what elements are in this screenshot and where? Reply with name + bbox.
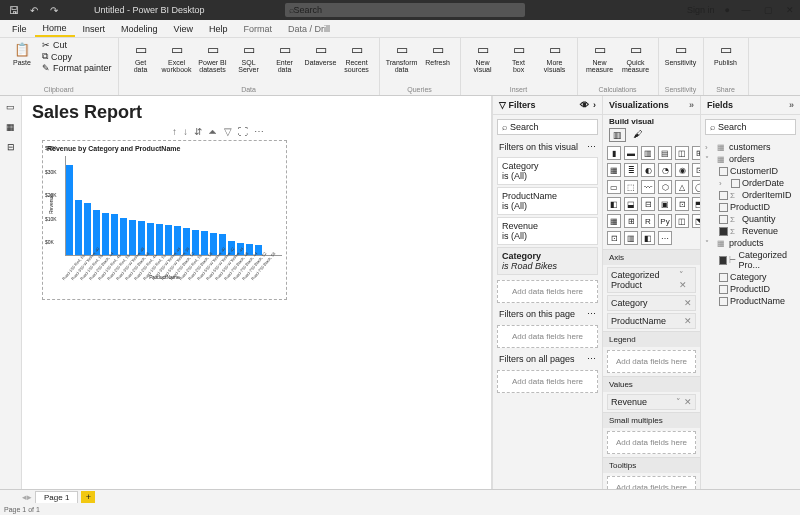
- collapse-icon[interactable]: »: [689, 100, 694, 110]
- viz-type-icon[interactable]: ◧: [607, 197, 621, 211]
- add-filter-page[interactable]: Add data fields here: [497, 325, 598, 348]
- viz-type-icon[interactable]: ◉: [675, 163, 689, 177]
- more-icon[interactable]: ⋯: [587, 354, 596, 364]
- field-well-item[interactable]: Categorized Product˅ ✕: [607, 267, 696, 293]
- field-ProductName[interactable]: ProductName: [705, 295, 796, 307]
- model-view-icon[interactable]: ⊟: [4, 140, 18, 154]
- menu-modeling[interactable]: Modeling: [113, 22, 166, 36]
- viz-type-icon[interactable]: ▬: [624, 146, 638, 160]
- bar[interactable]: [111, 214, 118, 255]
- viz-type-icon[interactable]: ⬡: [658, 180, 672, 194]
- add-page-button[interactable]: +: [81, 491, 95, 503]
- field-ProductID[interactable]: ProductID: [705, 283, 796, 295]
- filter-card[interactable]: Categoryis (All): [497, 157, 598, 185]
- redo-icon[interactable]: ↷: [47, 3, 61, 17]
- viz-type-icon[interactable]: ⊟: [641, 197, 655, 211]
- collapse-icon[interactable]: ›: [593, 100, 596, 110]
- bar[interactable]: [147, 223, 154, 256]
- show-icon[interactable]: 👁: [580, 100, 589, 110]
- next-page-icon[interactable]: ▸: [27, 492, 32, 502]
- viz-type-icon[interactable]: ▣: [658, 197, 672, 211]
- expand-icon[interactable]: ⇵: [194, 126, 202, 137]
- viz-type-icon[interactable]: ⬔: [692, 214, 700, 228]
- bar[interactable]: [165, 225, 172, 255]
- excel-button[interactable]: ▭Excelworkbook: [161, 40, 193, 73]
- filters-search[interactable]: ⌕Search: [497, 119, 598, 135]
- save-icon[interactable]: 🖫: [7, 3, 21, 17]
- field-OrderItemID[interactable]: ΣOrderItemID: [705, 189, 796, 201]
- recent-button[interactable]: ▭Recentsources: [341, 40, 373, 73]
- maximize-icon[interactable]: ▢: [762, 5, 774, 15]
- table-products[interactable]: ˅▦products: [705, 237, 796, 249]
- viz-type-icon[interactable]: ▮: [607, 146, 621, 160]
- signin-link[interactable]: Sign in: [687, 5, 715, 15]
- enter-button[interactable]: ▭Enterdata: [269, 40, 301, 73]
- field-well-item[interactable]: Category✕: [607, 295, 696, 311]
- format-visual-icon[interactable]: 🖌: [630, 128, 645, 142]
- global-search[interactable]: ⌕ Search: [285, 3, 525, 17]
- filter-card[interactable]: Revenueis (All): [497, 217, 598, 245]
- user-avatar-icon[interactable]: ●: [725, 5, 730, 15]
- more-icon[interactable]: ⋯: [587, 142, 596, 152]
- viz-type-icon[interactable]: ⬚: [624, 180, 638, 194]
- menu-data-drill[interactable]: Data / Drill: [280, 22, 338, 36]
- fields-search[interactable]: ⌕Search: [705, 119, 796, 135]
- viz-type-icon[interactable]: ⊞: [692, 146, 700, 160]
- viz-type-icon[interactable]: ▭: [607, 180, 621, 194]
- dataverse-button[interactable]: ▭Dataverse: [305, 40, 337, 66]
- field-Categorized Pro...[interactable]: ⊢Categorized Pro...: [705, 249, 796, 271]
- field-well-drop[interactable]: Add data fields here: [607, 350, 696, 373]
- menu-insert[interactable]: Insert: [75, 22, 114, 36]
- field-OrderDate[interactable]: ›OrderDate: [705, 177, 796, 189]
- field-well-item[interactable]: Revenue˅ ✕: [607, 394, 696, 410]
- refresh-button[interactable]: ▭Refresh: [422, 40, 454, 66]
- viz-type-icon[interactable]: ⋯: [658, 231, 672, 245]
- table-orders[interactable]: ˅▦orders: [705, 153, 796, 165]
- menu-home[interactable]: Home: [35, 21, 75, 37]
- paste-button[interactable]: 📋Paste: [6, 40, 38, 66]
- quick-button[interactable]: ▭Quickmeasure: [620, 40, 652, 73]
- viz-type-icon[interactable]: ◫: [675, 214, 689, 228]
- close-icon[interactable]: ✕: [784, 5, 796, 15]
- viz-type-icon[interactable]: ▤: [658, 146, 672, 160]
- new-button[interactable]: ▭Newvisual: [467, 40, 499, 73]
- field-Quantity[interactable]: ΣQuantity: [705, 213, 796, 225]
- copy-button[interactable]: ⧉Copy: [42, 51, 112, 62]
- field-well-drop[interactable]: Add data fields here: [607, 431, 696, 454]
- viz-type-icon[interactable]: ⊡: [692, 163, 700, 177]
- menu-help[interactable]: Help: [201, 22, 236, 36]
- power-bi-button[interactable]: ▭Power BIdatasets: [197, 40, 229, 73]
- viz-type-icon[interactable]: △: [675, 180, 689, 194]
- viz-type-icon[interactable]: R: [641, 214, 655, 228]
- bar[interactable]: [201, 231, 208, 255]
- viz-type-icon[interactable]: ▦: [607, 163, 621, 177]
- bar[interactable]: [102, 213, 109, 256]
- more-button[interactable]: ▭Morevisuals: [539, 40, 571, 73]
- viz-type-icon[interactable]: ⬒: [692, 197, 700, 211]
- field-Revenue[interactable]: ΣRevenue: [705, 225, 796, 237]
- minimize-icon[interactable]: —: [740, 5, 752, 15]
- bar[interactable]: [75, 200, 82, 255]
- text-button[interactable]: ▭Textbox: [503, 40, 535, 73]
- drill-down-icon[interactable]: ↓: [183, 126, 188, 137]
- field-CustomerID[interactable]: CustomerID: [705, 165, 796, 177]
- viz-type-icon[interactable]: 〰: [641, 180, 655, 194]
- transform-button[interactable]: ▭Transformdata: [386, 40, 418, 73]
- viz-type-icon[interactable]: ≣: [624, 163, 638, 177]
- more-icon[interactable]: ⋯: [587, 309, 596, 319]
- get-button[interactable]: ▭Getdata: [125, 40, 157, 73]
- bar[interactable]: [129, 220, 136, 255]
- sql-button[interactable]: ▭SQLServer: [233, 40, 265, 73]
- collapse-icon[interactable]: »: [789, 100, 794, 110]
- filter-card[interactable]: Categoryis Road Bikes: [497, 247, 598, 275]
- viz-type-icon[interactable]: ⊞: [624, 214, 638, 228]
- viz-type-icon[interactable]: ▦: [607, 214, 621, 228]
- bar[interactable]: [192, 230, 199, 255]
- bar-chart-visual[interactable]: Revenue by Category and ProductName $40K…: [42, 140, 287, 300]
- table-customers[interactable]: ›▦customers: [705, 141, 796, 153]
- build-visual-icon[interactable]: ▥: [609, 128, 626, 142]
- viz-type-icon[interactable]: ◧: [641, 231, 655, 245]
- menu-view[interactable]: View: [166, 22, 201, 36]
- report-canvas[interactable]: Sales Report ↑ ↓ ⇵ ⏶ ▽ ⛶ ⋯ Revenue by Ca…: [22, 96, 492, 489]
- field-Category[interactable]: Category: [705, 271, 796, 283]
